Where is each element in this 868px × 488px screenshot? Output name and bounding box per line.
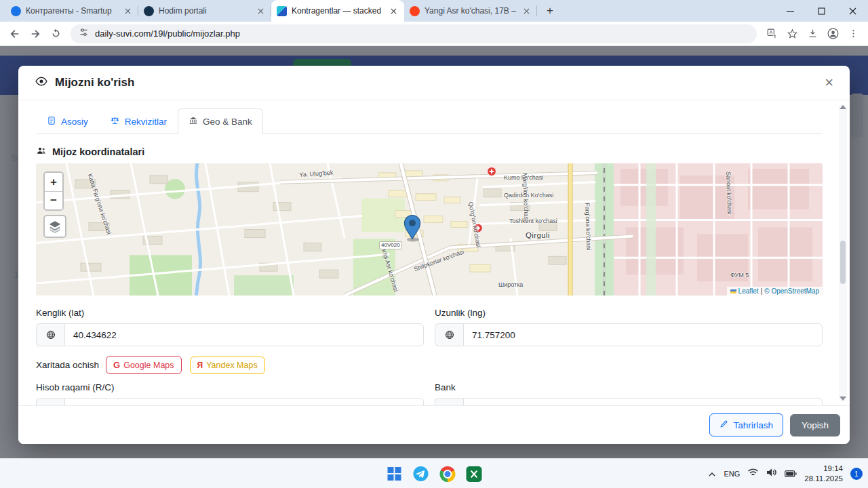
scrollbar-thumb[interactable] xyxy=(840,241,846,284)
map-tiles[interactable] xyxy=(36,163,823,296)
start-button[interactable] xyxy=(386,465,403,483)
chrome-icon[interactable] xyxy=(439,465,456,483)
volume-icon[interactable] xyxy=(766,468,777,480)
longitude-group xyxy=(435,323,823,346)
bank-addon-icon xyxy=(435,398,463,405)
leaflet-link[interactable]: Leaflet xyxy=(738,287,759,295)
modal-scrollbar[interactable] xyxy=(839,104,847,402)
account-number-input[interactable] xyxy=(64,398,424,405)
close-window-button[interactable] xyxy=(837,0,868,22)
modal-footer: Tahrirlash Yopish xyxy=(18,405,850,444)
profile-avatar[interactable] xyxy=(823,24,842,43)
route-number-badge: 40V020 xyxy=(379,241,402,249)
battery-icon[interactable] xyxy=(785,468,797,480)
minimize-button[interactable] xyxy=(774,0,806,22)
clock[interactable]: 19:14 28.11.2025 xyxy=(804,464,843,484)
browser-tab-strip: Контрагенты - Smartup Hodim portali Kont… xyxy=(0,0,868,22)
site-settings-icon[interactable] xyxy=(79,27,89,40)
tray-chevron-icon[interactable] xyxy=(708,468,716,480)
forward-button[interactable] xyxy=(26,24,45,43)
flag-icon xyxy=(730,289,736,293)
tab-rekvizitlar[interactable]: Rekvizitlar xyxy=(99,108,178,134)
google-g-icon: G xyxy=(113,360,120,370)
map-street-label: ФУМ 5 xyxy=(730,272,749,279)
google-maps-button[interactable]: G Google Maps xyxy=(106,356,181,374)
longitude-input[interactable] xyxy=(463,323,823,346)
telegram-icon[interactable] xyxy=(412,465,430,483)
tray-date: 28.11.2025 xyxy=(804,474,843,484)
modal-header: Mijozni ko'rish × xyxy=(18,66,850,100)
download-icon[interactable] xyxy=(803,24,822,43)
tab-close-icon[interactable] xyxy=(388,5,399,16)
map-zoom-control: + − xyxy=(43,171,64,211)
tray-time: 19:14 xyxy=(804,464,843,474)
page-area: S 1 Mijozni ko'rish × Asosiy xyxy=(0,46,868,458)
browser-menu-icon[interactable] xyxy=(844,24,863,43)
address-bar[interactable]: daily-suvi.com/19l/public/mijozlar.php xyxy=(71,24,757,43)
language-indicator[interactable]: ENG xyxy=(724,470,740,478)
latitude-label: Kenglik (lat) xyxy=(36,308,424,318)
browser-toolbar: daily-suvi.com/19l/public/mijozlar.php A xyxy=(0,22,868,46)
tab-favicon xyxy=(144,6,154,16)
screen: Контрагенты - Smartup Hodim portali Kont… xyxy=(0,0,868,488)
latitude-group xyxy=(36,323,424,346)
back-button[interactable] xyxy=(5,24,24,43)
tab-title: Yangi Asr ko'chasi, 17B — Yandex xyxy=(425,6,516,16)
section-title-coordinates: Mijoz koordinatalari xyxy=(36,145,823,158)
notification-badge[interactable]: 1 xyxy=(850,468,863,480)
tab-title: Контрагенты - Smartup xyxy=(26,6,117,16)
translate-icon[interactable]: A xyxy=(762,24,781,43)
window-controls xyxy=(774,0,868,22)
browser-tab-2[interactable]: Hodim portali xyxy=(138,0,271,22)
tab-asosiy[interactable]: Asosiy xyxy=(36,108,99,134)
maximize-button[interactable] xyxy=(806,0,837,22)
url-text[interactable]: daily-suvi.com/19l/public/mijozlar.php xyxy=(95,28,240,39)
map-street-label: Toshkent ko'chasi xyxy=(509,218,557,224)
close-button[interactable]: Yopish xyxy=(790,414,840,436)
hash-icon xyxy=(36,398,64,405)
browser-tab-1[interactable]: Контрагенты - Smartup xyxy=(5,0,138,22)
account-number-group xyxy=(36,398,424,405)
tab-close-icon[interactable] xyxy=(122,5,133,16)
windows-taskbar: ENG 19:14 28.11.2025 1 xyxy=(0,458,868,488)
svg-text:A: A xyxy=(769,30,772,35)
modal-tabs: Asosiy Rekvizitlar Geo & Bank xyxy=(36,108,823,134)
map-layers-control[interactable] xyxy=(43,215,66,238)
bookmark-star-icon[interactable] xyxy=(783,24,802,43)
new-tab-button[interactable]: + xyxy=(541,2,559,20)
yandex-ya-icon: Я xyxy=(197,361,203,370)
tab-title: Kontragentlar — stacked modal xyxy=(292,6,383,16)
reload-button[interactable] xyxy=(46,24,65,43)
bank-group xyxy=(435,398,823,405)
tab-favicon xyxy=(11,6,21,16)
browser-tab-3-active[interactable]: Kontragentlar — stacked modal xyxy=(271,0,404,22)
latitude-input[interactable] xyxy=(64,323,424,346)
modal-close-icon[interactable]: × xyxy=(825,75,833,90)
scroll-up-arrow[interactable] xyxy=(840,105,846,109)
tab-favicon xyxy=(410,6,420,16)
edit-button[interactable]: Tahrirlash xyxy=(709,413,783,436)
eye-icon xyxy=(35,75,48,92)
wifi-icon[interactable] xyxy=(747,468,759,480)
tab-close-icon[interactable] xyxy=(255,5,266,16)
longitude-label: Uzunlik (lng) xyxy=(435,308,823,318)
zoom-in-button[interactable]: + xyxy=(45,173,62,191)
scales-icon xyxy=(110,115,120,127)
scroll-down-arrow[interactable] xyxy=(840,396,846,401)
modal-title: Mijozni ko'rish xyxy=(35,75,134,92)
map-place-label: Qirguli xyxy=(526,231,550,239)
tab-close-icon[interactable] xyxy=(521,5,532,16)
pencil-icon xyxy=(719,420,728,430)
leaflet-map[interactable]: Ya. Ulug'bek Katta Farg'ona ko'chasi Kum… xyxy=(36,163,823,296)
journal-icon xyxy=(47,116,56,127)
browser-tab-4[interactable]: Yangi Asr ko'chasi, 17B — Yandex xyxy=(404,0,537,22)
yandex-maps-button[interactable]: Я Yandex Maps xyxy=(190,357,265,374)
osm-link[interactable]: © OpenStreetMap xyxy=(764,287,819,295)
layers-icon xyxy=(47,219,62,234)
account-number-label: Hisob raqami (R/C) xyxy=(36,382,424,392)
globe-icon xyxy=(435,323,463,346)
tab-geo-bank[interactable]: Geo & Bank xyxy=(178,108,263,134)
bank-input[interactable] xyxy=(463,398,823,405)
zoom-out-button[interactable]: − xyxy=(45,191,62,209)
excel-icon[interactable] xyxy=(465,465,483,483)
